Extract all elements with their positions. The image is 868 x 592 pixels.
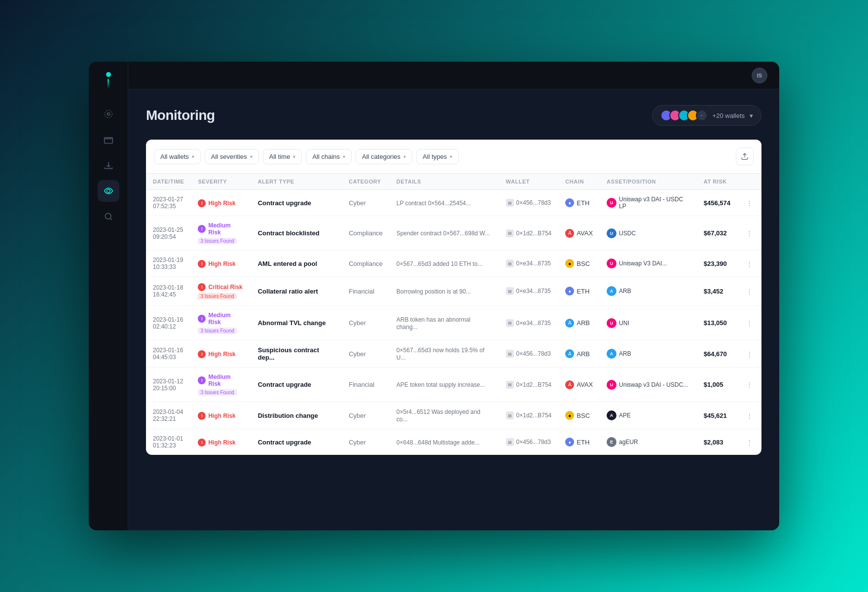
cell-chain: ♦ ETH (558, 429, 600, 455)
cell-wallet: ▤ 0×1d2...B754 (499, 402, 559, 429)
cell-chain: ♦ ETH (558, 277, 600, 306)
logo-line (108, 79, 109, 89)
cell-at-risk: $13,050 (697, 306, 737, 340)
row-menu-button[interactable]: ⋮ (744, 317, 755, 329)
sidebar-item-wallet[interactable] (98, 129, 119, 150)
user-avatar[interactable]: IS (752, 68, 767, 83)
table-row: 2023-01-1816:42:45 ! Critical Risk 3 Iss… (146, 277, 761, 306)
row-menu-button[interactable]: ⋮ (744, 286, 755, 297)
col-at-risk: AT RISK (697, 174, 737, 190)
filter-categories-chevron: ▾ (403, 154, 406, 159)
cell-menu[interactable]: ⋮ (737, 277, 761, 306)
svg-point-0 (107, 113, 109, 115)
cell-details: APE token total supply increase... (390, 368, 499, 402)
export-button[interactable] (736, 148, 754, 165)
cell-menu[interactable]: ⋮ (737, 251, 761, 277)
cell-chain: ● BSC (558, 251, 600, 277)
filter-types[interactable]: All types ▾ (416, 149, 459, 164)
cell-alert-type: Contract upgrade (251, 190, 342, 216)
filter-chains[interactable]: All chains ▾ (306, 149, 352, 164)
row-menu-button[interactable]: ⋮ (744, 379, 755, 390)
row-menu-button[interactable]: ⋮ (744, 348, 755, 360)
cell-chain: A AVAX (558, 368, 600, 402)
cell-menu[interactable]: ⋮ (737, 216, 761, 251)
filter-types-chevron: ▾ (450, 154, 452, 159)
cell-menu[interactable]: ⋮ (737, 402, 761, 429)
cell-details: 0×648...648d Multistage adde... (390, 429, 499, 455)
cell-at-risk: $2,083 (697, 429, 737, 455)
cell-asset: A APE (600, 402, 697, 429)
cell-details: 0×5r4...6512 Was deployed and co... (390, 402, 499, 429)
cell-category: Financial (342, 277, 390, 306)
cell-details: Borrowing position is at 90... (390, 277, 499, 306)
cell-category: Cyber (342, 340, 390, 368)
filter-chains-chevron: ▾ (343, 154, 345, 159)
row-menu-button[interactable]: ⋮ (744, 258, 755, 269)
filter-severities[interactable]: All severities ▾ (205, 149, 259, 164)
cell-menu[interactable]: ⋮ (737, 306, 761, 340)
row-menu-button[interactable]: ⋮ (744, 410, 755, 421)
cell-alert-type: Suspicious contract dep... (251, 340, 342, 368)
cell-asset: U USDC (600, 216, 697, 251)
sidebar-item-download[interactable] (98, 154, 119, 176)
col-asset: ASSET/POSITION (600, 174, 697, 190)
sidebar-item-dashboard[interactable] (98, 103, 119, 125)
cell-severity: ! High Risk (191, 402, 251, 429)
page-content: Monitoring ··· +20 wallets ▾ (128, 89, 779, 530)
table-container: All wallets ▾ All severities ▾ All time … (146, 140, 761, 455)
cell-wallet: ▤ 0×e34...8735 (499, 306, 559, 340)
cell-asset: E agEUR (600, 429, 697, 455)
data-table: DATE/TIME SEVERITY ALERT TYPE CATEGORY D… (146, 174, 761, 455)
cell-category: Cyber (342, 306, 390, 340)
cell-datetime: 2023-01-1910:33:33 (146, 251, 191, 277)
cell-severity: ! Medium Risk 3 Issues Found (191, 216, 251, 251)
cell-alert-type: Contract upgrade (251, 429, 342, 455)
cell-menu[interactable]: ⋮ (737, 368, 761, 402)
row-menu-button[interactable]: ⋮ (744, 197, 755, 209)
table-row: 2023-01-2707:52:35 ! High Risk Contract … (146, 190, 761, 216)
svg-point-3 (107, 189, 110, 193)
cell-severity: ! Critical Risk 3 Issues Found (191, 277, 251, 306)
cell-asset: A ARB (600, 277, 697, 306)
logo-dot (106, 72, 111, 77)
cell-asset: U Uniswap v3 DAI - USDC... (600, 368, 697, 402)
cell-datetime: 2023-01-1604:45:03 (146, 340, 191, 368)
cell-at-risk: $64,670 (697, 340, 737, 368)
row-menu-button[interactable]: ⋮ (744, 227, 755, 239)
cell-wallet: ▤ 0×1d2...B754 (499, 368, 559, 402)
cell-menu[interactable]: ⋮ (737, 190, 761, 216)
cell-wallet: ▤ 0×1d2...B754 (499, 216, 559, 251)
table-row: 2023-01-1604:45:03 ! High Risk Suspiciou… (146, 340, 761, 368)
cell-at-risk: $1,005 (697, 368, 737, 402)
cell-severity: ! High Risk (191, 251, 251, 277)
filter-categories[interactable]: All categories ▾ (356, 149, 412, 164)
sidebar-item-settings[interactable] (98, 206, 119, 227)
cell-menu[interactable]: ⋮ (737, 340, 761, 368)
app-container: IS Monitoring ··· +20 wallets ▾ (89, 62, 779, 530)
cell-chain: A AVAX (558, 216, 600, 251)
cell-alert-type: Abnormal TVL change (251, 306, 342, 340)
filter-wallets[interactable]: All wallets ▾ (154, 149, 201, 164)
cell-asset: A ARB (600, 340, 697, 368)
svg-point-1 (105, 111, 112, 118)
cell-severity: ! High Risk (191, 429, 251, 455)
main-content: IS Monitoring ··· +20 wallets ▾ (128, 62, 779, 530)
sidebar-item-monitor[interactable] (98, 180, 119, 202)
cell-datetime: 2023-01-2509:20:54 (146, 216, 191, 251)
filter-time[interactable]: All time ▾ (263, 149, 302, 164)
col-details: DETAILS (390, 174, 499, 190)
row-menu-button[interactable]: ⋮ (744, 437, 755, 448)
col-category: CATEGORY (342, 174, 390, 190)
cell-datetime: 2023-01-1602:40:12 (146, 306, 191, 340)
col-wallet: WALLET (499, 174, 559, 190)
page-title: Monitoring (146, 108, 215, 123)
cell-alert-type: Contract upgrade (251, 368, 342, 402)
cell-alert-type: Distribution change (251, 402, 342, 429)
wallets-count-label: +20 wallets (713, 112, 745, 119)
table-row: 2023-01-1602:40:12 ! Medium Risk 3 Issue… (146, 306, 761, 340)
cell-menu[interactable]: ⋮ (737, 429, 761, 455)
cell-severity: ! High Risk (191, 190, 251, 216)
cell-details: 0×567...65d3 added 10 ETH to... (390, 251, 499, 277)
wallets-button[interactable]: ··· +20 wallets ▾ (652, 105, 761, 126)
cell-at-risk: $3,452 (697, 277, 737, 306)
